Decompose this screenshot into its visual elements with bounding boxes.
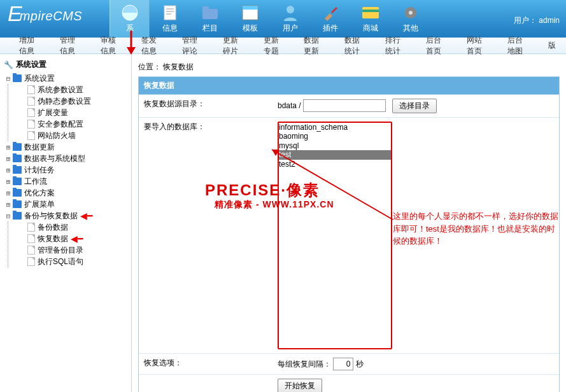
svg-point-14 xyxy=(409,11,413,15)
tree-leaf[interactable]: 安全参数配置 xyxy=(10,118,131,130)
interval-prefix: 每组恢复间隔： xyxy=(278,360,331,368)
tree-node-backup[interactable]: ⊟备份与恢复数据◀━ xyxy=(4,210,131,221)
tools-icon xyxy=(320,4,341,22)
svg-rect-3 xyxy=(166,8,174,10)
submenu-item[interactable]: 增加信息 xyxy=(9,35,50,57)
svg-rect-12 xyxy=(362,10,379,12)
nav-column[interactable]: 栏目 xyxy=(190,0,230,38)
panel-title: 恢复数据 xyxy=(139,77,559,95)
user-label: 用户： xyxy=(514,16,537,25)
arrow-red-icon: ◀━ xyxy=(71,234,83,244)
sidebar-title: 🔧 系统设置 xyxy=(4,58,131,73)
svg-rect-5 xyxy=(166,13,171,15)
submenu-item[interactable]: 后台首页 xyxy=(416,35,456,57)
submenu-item[interactable]: 数据更新 xyxy=(294,35,334,57)
tree-leaf[interactable]: 系统参数设置 xyxy=(10,84,131,95)
svg-point-10 xyxy=(287,6,294,13)
tree-leaf[interactable]: 备份数据 xyxy=(10,221,131,233)
globe-icon xyxy=(120,4,140,22)
tree-node[interactable]: ⊞计划任务 xyxy=(4,164,131,176)
svg-rect-7 xyxy=(202,6,209,10)
breadcrumb: 位置： 恢复数据 xyxy=(138,59,560,76)
logo: E mpireCMS xyxy=(0,0,110,38)
svg-rect-4 xyxy=(166,11,174,12)
main: 位置： 恢复数据 恢复数据 恢复数据源目录： bdata / 选择目录 要导入的… xyxy=(132,54,566,392)
gear-icon xyxy=(400,4,421,22)
user-icon xyxy=(280,4,301,22)
tree-node-system[interactable]: ⊟系统设置 xyxy=(4,73,131,84)
submenu: 增加信息 管理信息 审核信息 签发信息 管理评论 更新碎片 更新专题 数据更新 … xyxy=(0,38,566,54)
svg-rect-6 xyxy=(202,9,218,19)
submenu-item[interactable]: 审核信息 xyxy=(90,35,131,57)
tree-node[interactable]: ⊞数据更新 xyxy=(4,141,131,153)
interval-input[interactable] xyxy=(333,358,353,370)
tree-leaf[interactable]: 伪静态参数设置 xyxy=(10,95,131,107)
folder-icon xyxy=(200,4,220,22)
document-icon xyxy=(160,4,180,22)
submenu-item[interactable]: 数据统计 xyxy=(334,35,375,57)
tree-leaf-restore[interactable]: 恢复数据◀━ xyxy=(10,233,131,244)
arrow-red-icon: ◀━ xyxy=(80,211,92,221)
top-header: E mpireCMS 系 信息 栏目 模板 用户 插件 xyxy=(0,0,566,38)
interval-suffix: 秒 xyxy=(356,360,364,368)
nav-system[interactable]: 系 xyxy=(110,0,150,38)
user-box: 用户： admin xyxy=(514,0,566,38)
submenu-item[interactable]: 更新碎片 xyxy=(213,35,253,57)
src-label: 恢复数据源目录： xyxy=(139,95,272,118)
db-listbox[interactable]: information_schema baoming mysql test te… xyxy=(278,122,392,349)
nav-template[interactable]: 模板 xyxy=(230,0,270,38)
svg-rect-2 xyxy=(164,6,176,20)
start-restore-button[interactable]: 开始恢复 xyxy=(278,379,322,392)
sidebar: 🔧 系统设置 ⊟系统设置 系统参数设置 伪静态参数设置 扩展变量 安全参数配置 … xyxy=(0,54,132,392)
wrench-icon: 🔧 xyxy=(4,60,13,69)
layout: 🔧 系统设置 ⊟系统设置 系统参数设置 伪静态参数设置 扩展变量 安全参数配置 … xyxy=(0,54,566,392)
db-label: 要导入的数据库： xyxy=(139,118,272,354)
submenu-item[interactable]: 更新专题 xyxy=(253,35,294,57)
nav-user[interactable]: 用户 xyxy=(270,0,310,38)
svg-rect-11 xyxy=(362,7,379,18)
svg-rect-9 xyxy=(243,6,258,10)
nav-info[interactable]: 信息 xyxy=(150,0,190,38)
window-icon xyxy=(240,4,260,22)
submenu-item[interactable]: 管理信息 xyxy=(50,35,90,57)
tree-node[interactable]: ⊞数据表与系统模型 xyxy=(4,153,131,164)
logo-small: mpireCMS xyxy=(20,5,82,24)
tree-leaf[interactable]: 执行SQL语句 xyxy=(10,256,131,267)
top-nav: 系 信息 栏目 模板 用户 插件 商城 其他 xyxy=(110,0,430,38)
sidebar-tree: ⊟系统设置 系统参数设置 伪静态参数设置 扩展变量 安全参数配置 网站防火墙 ⊞… xyxy=(4,73,131,267)
tree-node[interactable]: ⊞优化方案 xyxy=(4,187,131,199)
tree-node[interactable]: ⊞工作流 xyxy=(4,176,131,187)
nav-shop[interactable]: 商城 xyxy=(350,0,390,38)
tree-leaf[interactable]: 扩展变量 xyxy=(10,107,131,118)
tree-leaf[interactable]: 管理备份目录 xyxy=(10,244,131,256)
choose-dir-button[interactable]: 选择目录 xyxy=(392,99,437,113)
src-input[interactable] xyxy=(303,99,386,112)
nav-other[interactable]: 其他 xyxy=(390,0,430,38)
tree-node[interactable]: ⊞扩展菜单 xyxy=(4,199,131,210)
submenu-item[interactable]: 签发信息 xyxy=(131,35,172,57)
user-name: admin xyxy=(539,16,560,25)
card-icon xyxy=(360,4,381,22)
submenu-item[interactable]: 网站首页 xyxy=(456,35,497,57)
submenu-item[interactable]: 排行统计 xyxy=(375,35,416,57)
opt-label: 恢复选项： xyxy=(139,354,272,375)
annotation-note: 这里的每个人显示的都不一样，选好你的数据库即可！test是我的数据库！也就是安装… xyxy=(393,210,558,248)
submenu-item[interactable]: 管理评论 xyxy=(172,35,213,57)
tree-leaf[interactable]: 网站防火墙 xyxy=(10,130,131,141)
src-prefix: bdata / xyxy=(278,101,301,110)
submenu-item[interactable]: 后台地图 xyxy=(497,35,538,57)
submenu-item[interactable]: 版 xyxy=(538,40,566,51)
nav-plugin[interactable]: 插件 xyxy=(310,0,350,38)
